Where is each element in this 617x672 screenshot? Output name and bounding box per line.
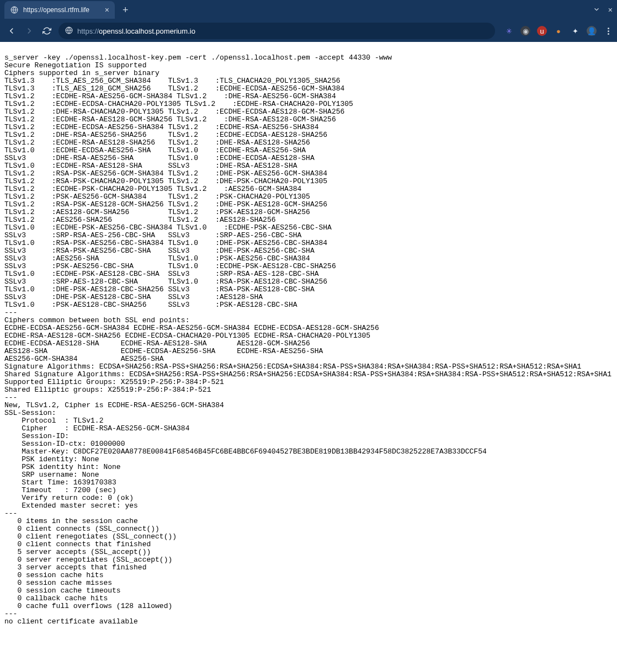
tab-bar: https://openssl.rtfm.life × + × [0,0,617,20]
address-bar[interactable]: https://openssl.localhost.pomerium.io [58,23,495,39]
new-tab-button[interactable]: + [119,4,132,16]
browser-chrome: https://openssl.rtfm.life × + × [0,0,617,42]
camera-extension-icon[interactable]: ◉ [520,26,530,36]
browser-tab[interactable]: https://openssl.rtfm.life × [4,1,115,19]
window-close-icon[interactable]: × [608,6,613,14]
tab-title: https://openssl.rtfm.life [23,6,100,14]
window-controls: × [593,6,613,15]
forward-button[interactable] [23,25,35,37]
page-body-pre: s_server -key ./openssl.localhost-key.pe… [0,42,617,630]
extension-icons: ✳◉u●✦👤 [501,26,600,36]
starburst-extension-icon[interactable]: ✳ [504,26,514,36]
puzzle-extension-icon[interactable]: ✦ [570,26,580,36]
back-button[interactable] [6,25,18,37]
pill-extension-icon[interactable]: ● [554,26,563,36]
avatar-extension-icon[interactable]: 👤 [587,26,597,36]
url-text: https://openssl.localhost.pomerium.io [77,27,195,35]
site-info-icon[interactable] [65,26,73,36]
tab-close-icon[interactable]: × [105,6,109,14]
browser-menu-icon[interactable] [605,28,611,35]
reload-button[interactable] [41,25,53,37]
toolbar: https://openssl.localhost.pomerium.io ✳◉… [0,20,617,42]
url-host: openssl.localhost.pomerium.io [99,27,195,35]
url-scheme: https:// [77,27,99,35]
chevron-down-icon[interactable] [593,6,600,15]
globe-icon [10,6,19,14]
ublock-extension-icon[interactable]: u [537,26,547,36]
